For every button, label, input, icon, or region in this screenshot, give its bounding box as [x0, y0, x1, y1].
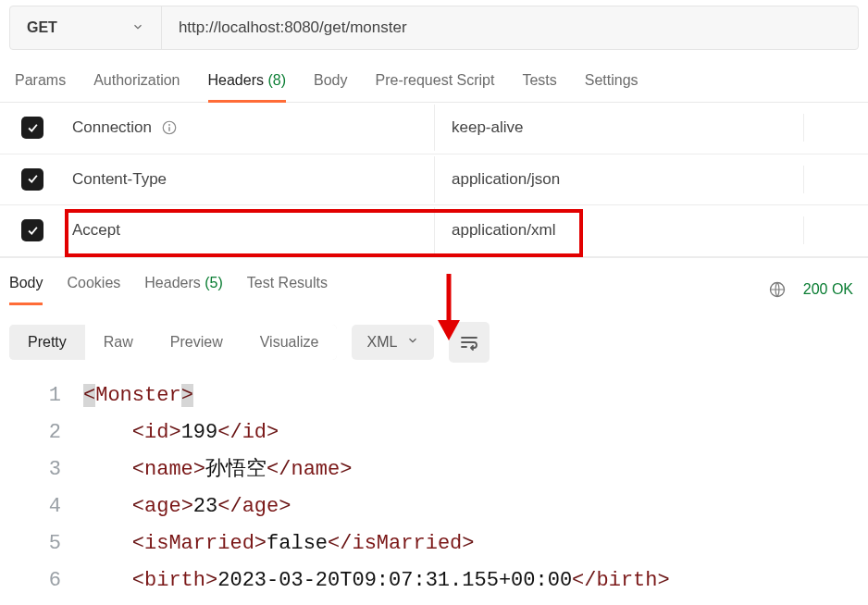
- header-stub: [803, 216, 868, 244]
- header-key: Connection: [72, 118, 152, 137]
- header-key-cell[interactable]: Connection: [65, 105, 435, 151]
- header-stub: [803, 114, 868, 142]
- line-number: 5: [9, 525, 83, 562]
- svg-point-1: [168, 124, 170, 126]
- header-stub: [803, 166, 868, 193]
- tab-authorization[interactable]: Authorization: [93, 72, 180, 102]
- line-number: 1: [9, 377, 83, 414]
- header-value-cell[interactable]: application/xml: [435, 207, 803, 253]
- view-visualize[interactable]: Visualize: [242, 325, 338, 360]
- header-value: keep-alive: [452, 118, 524, 136]
- tab-headers-count: (8): [267, 72, 286, 88]
- checkbox[interactable]: [21, 219, 43, 241]
- resp-tab-test-results[interactable]: Test Results: [247, 275, 328, 304]
- header-key-cell[interactable]: Accept: [65, 207, 435, 253]
- http-method-select[interactable]: GET: [10, 6, 162, 49]
- tab-settings[interactable]: Settings: [585, 72, 639, 102]
- response-tabs: Body Cookies Headers (5) Test Results 20…: [0, 257, 868, 304]
- checkbox[interactable]: [21, 168, 43, 191]
- tab-body[interactable]: Body: [314, 72, 347, 102]
- code-line: <age>23</age>: [83, 488, 291, 525]
- tab-headers-label: Headers: [208, 72, 264, 88]
- header-value: application/json: [452, 170, 560, 188]
- body-view-mode: Pretty Raw Preview Visualize: [9, 325, 337, 360]
- header-row: Content-Type application/json: [0, 154, 868, 206]
- code-line: <name>孙悟空</name>: [83, 451, 352, 488]
- body-view-controls: Pretty Raw Preview Visualize XML: [0, 304, 868, 374]
- tab-headers[interactable]: Headers (8): [208, 72, 287, 102]
- resp-tab-headers[interactable]: Headers (5): [144, 275, 223, 304]
- header-value-cell[interactable]: application/json: [435, 156, 803, 203]
- header-row: Accept application/xml: [0, 205, 868, 257]
- tab-prerequest[interactable]: Pre-request Script: [375, 72, 494, 102]
- view-pretty[interactable]: Pretty: [9, 325, 85, 360]
- header-key-cell[interactable]: Content-Type: [65, 156, 435, 203]
- info-icon: [161, 119, 178, 136]
- code-line: <id>199</id>: [83, 414, 279, 451]
- tab-tests[interactable]: Tests: [522, 72, 556, 102]
- header-value: application/xml: [452, 221, 555, 239]
- request-tabs: Params Authorization Headers (8) Body Pr…: [0, 59, 868, 103]
- body-lang-value: XML: [366, 334, 397, 351]
- url-input[interactable]: http://localhost:8080/get/monster: [162, 6, 858, 49]
- globe-icon[interactable]: [768, 280, 787, 299]
- request-bar: GET http://localhost:8080/get/monster: [9, 6, 859, 50]
- response-status: 200 OK: [803, 281, 853, 298]
- response-body-code[interactable]: 1 <Monster> 2 <id>199</id> 3 <name>孙悟空</…: [0, 374, 868, 599]
- resp-tab-headers-count: (5): [205, 275, 223, 290]
- svg-rect-2: [168, 128, 170, 132]
- code-line: <birth>2023-03-20T09:07:31.155+00:00</bi…: [83, 562, 670, 599]
- header-value-cell[interactable]: keep-alive: [435, 105, 803, 151]
- chevron-down-icon: [131, 20, 144, 36]
- line-number: 4: [9, 488, 83, 525]
- chevron-down-icon: [406, 334, 419, 351]
- wrap-lines-button[interactable]: [449, 322, 490, 363]
- code-line: <Monster>: [83, 377, 193, 414]
- tab-params[interactable]: Params: [15, 72, 66, 102]
- view-preview[interactable]: Preview: [152, 325, 242, 360]
- http-method-value: GET: [27, 19, 57, 36]
- line-number: 3: [9, 451, 83, 488]
- header-key: Accept: [72, 221, 120, 240]
- header-key: Content-Type: [72, 170, 167, 189]
- body-lang-select[interactable]: XML: [352, 325, 434, 360]
- headers-table: Connection keep-alive Content-Type appli…: [0, 103, 868, 257]
- resp-tab-body[interactable]: Body: [9, 275, 43, 304]
- resp-tab-cookies[interactable]: Cookies: [67, 275, 120, 304]
- url-value: http://localhost:8080/get/monster: [179, 19, 407, 37]
- view-raw[interactable]: Raw: [85, 325, 152, 360]
- line-number: 6: [9, 562, 83, 599]
- checkbox[interactable]: [21, 117, 43, 139]
- header-row: Connection keep-alive: [0, 103, 868, 154]
- line-number: 2: [9, 414, 83, 451]
- resp-tab-headers-label: Headers: [144, 275, 200, 290]
- code-line: <isMarried>false</isMarried>: [83, 525, 475, 562]
